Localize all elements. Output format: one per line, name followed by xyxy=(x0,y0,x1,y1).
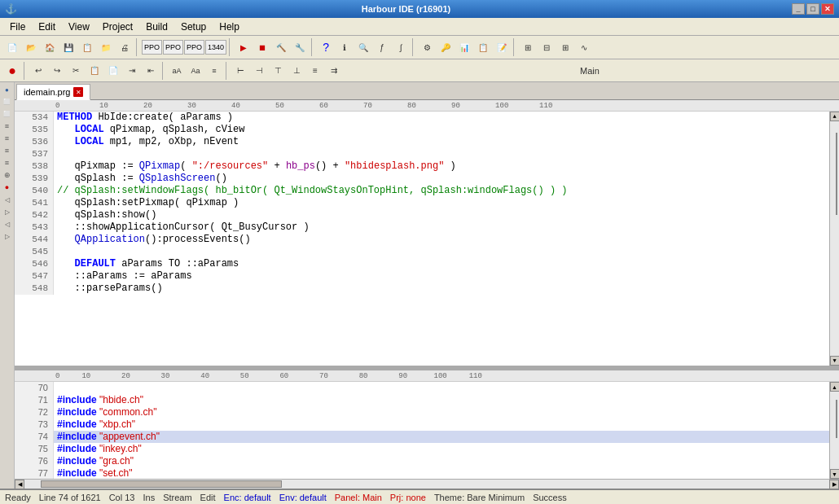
tb2-unindent[interactable]: ⇤ xyxy=(142,62,160,80)
bottom-editor: 0 10 20 30 40 50 60 70 80 90 100 110 707… xyxy=(15,370,839,489)
tb2-redo[interactable]: ↪ xyxy=(48,62,66,80)
bottom-hscrollbar[interactable]: ◀ ▶ xyxy=(15,479,839,489)
code-line: 541 qSplash:setPixmap( qPixmap ) xyxy=(15,197,829,209)
line-number: 76 xyxy=(15,455,54,467)
tb2-dot[interactable]: ● xyxy=(3,62,21,80)
line-number: 535 xyxy=(15,124,54,136)
hscroll-track[interactable] xyxy=(24,480,829,489)
line-content: QApplication():processEvents() xyxy=(54,234,829,246)
tb2-align3[interactable]: ⊤ xyxy=(269,62,287,80)
scroll-up-btn[interactable]: ▲ xyxy=(830,112,840,121)
left-icon-10[interactable]: ◁ xyxy=(1,194,14,205)
menu-file[interactable]: File xyxy=(3,20,32,34)
tb-save[interactable]: 💾 xyxy=(59,38,77,56)
code-line: 535 LOCAL qPixmap, qSplash, cView xyxy=(15,124,829,136)
tb-about[interactable]: ℹ xyxy=(336,38,354,56)
left-icon-1[interactable]: ● xyxy=(1,84,14,95)
left-icon-3[interactable]: ⬜ xyxy=(1,108,14,120)
left-icon-13[interactable]: ▷ xyxy=(1,230,14,242)
tb2-paste[interactable]: 📄 xyxy=(104,62,122,80)
tb2-case2[interactable]: Aa xyxy=(187,62,204,80)
tb-extra5[interactable]: 📝 xyxy=(493,38,511,56)
sep2 xyxy=(229,38,232,56)
maximize-button[interactable]: □ xyxy=(806,3,819,15)
tb-help[interactable]: ? xyxy=(317,38,335,56)
tb-open[interactable]: 📂 xyxy=(22,38,40,56)
code-line: 75#include "inkey.ch" xyxy=(15,443,829,455)
left-icon-2[interactable]: ⬜ xyxy=(1,96,14,107)
line-number: 70 xyxy=(15,382,54,394)
tb2-copy[interactable]: 📋 xyxy=(86,62,103,80)
menu-help[interactable]: Help xyxy=(213,20,246,34)
tb-table2[interactable]: ⊟ xyxy=(538,38,556,56)
tb2-undo[interactable]: ↩ xyxy=(29,62,47,80)
tb2-indent[interactable]: ⇥ xyxy=(123,62,141,80)
scroll-down-btn[interactable]: ▼ xyxy=(830,356,840,366)
left-icon-8[interactable]: ⊕ xyxy=(1,169,14,181)
tb2-case1[interactable]: aA xyxy=(168,62,186,80)
tb-extra4[interactable]: 📋 xyxy=(474,38,492,56)
menu-project[interactable]: Project xyxy=(96,20,139,34)
tb2-align4[interactable]: ⊥ xyxy=(288,62,305,80)
menu-build[interactable]: Build xyxy=(139,20,174,34)
bottom-code-lines[interactable]: 7071#include "hbide.ch"72#include "commo… xyxy=(15,382,829,479)
status-theme: Theme: Bare Minimum xyxy=(434,493,525,502)
tb-rebuild[interactable]: 🔧 xyxy=(291,38,309,56)
tb2-extra[interactable]: ≡ xyxy=(205,62,223,80)
left-icon-6[interactable]: ≡ xyxy=(1,145,14,156)
tb-home[interactable]: 🏠 xyxy=(41,38,59,56)
tb2-cut[interactable]: ✂ xyxy=(67,62,85,80)
menu-edit[interactable]: Edit xyxy=(32,20,62,34)
left-icon-7[interactable]: ≡ xyxy=(1,157,14,169)
tb-saveas[interactable]: 📋 xyxy=(78,38,96,56)
left-icon-9[interactable]: ● xyxy=(1,182,14,193)
tb2-align2[interactable]: ⊣ xyxy=(250,62,268,80)
ruler-text: 0 10 20 30 40 50 60 70 80 90 100 110 xyxy=(55,102,839,110)
top-code-lines[interactable]: 534METHOD HbIde:create( aParams )535 LOC… xyxy=(15,112,829,366)
tb-table[interactable]: ⊞ xyxy=(519,38,537,56)
left-icon-12[interactable]: ◁ xyxy=(1,218,14,230)
bottom-scroll-down[interactable]: ▼ xyxy=(830,469,840,479)
tb-extra1[interactable]: ⚙ xyxy=(418,38,436,56)
top-vscrollbar[interactable]: ▲ ▼ xyxy=(829,112,839,366)
tb-func[interactable]: ƒ xyxy=(373,38,391,56)
hscroll-left[interactable]: ◀ xyxy=(15,480,24,489)
tb2-align5[interactable]: ≡ xyxy=(306,62,324,80)
tb-grid[interactable]: ⊞ xyxy=(556,38,574,56)
tb-ppo2[interactable]: PPO xyxy=(163,40,183,55)
tb-extra2[interactable]: 🔑 xyxy=(437,38,455,56)
tb-ppo1[interactable]: PPO xyxy=(142,40,162,55)
tb-extra3[interactable]: 📊 xyxy=(455,38,473,56)
file-tab[interactable]: idemain.prg ✕ xyxy=(16,84,90,100)
close-button[interactable]: ✕ xyxy=(821,3,834,15)
status-line-col: Line 74 of 1621 xyxy=(39,493,101,502)
tb-ppo3[interactable]: PPO xyxy=(184,40,204,55)
left-icon-11[interactable]: ▷ xyxy=(1,206,14,217)
left-icon-4[interactable]: ≡ xyxy=(1,121,14,132)
main-area: ● ⬜ ⬜ ≡ ≡ ≡ ≡ ⊕ ● ◁ ▷ ◁ ▷ idemain.prg ✕ xyxy=(0,82,839,489)
minimize-button[interactable]: _ xyxy=(792,3,805,15)
tb-new[interactable]: 📄 xyxy=(3,38,21,56)
tb-func2[interactable]: ∫ xyxy=(392,38,410,56)
line-content: #include "common.ch" xyxy=(54,406,829,419)
line-content: DEFAULT aParams TO ::aParams xyxy=(54,258,829,270)
tb-find[interactable]: 🔍 xyxy=(354,38,372,56)
bottom-scroll-up[interactable]: ▲ xyxy=(830,382,840,392)
left-icon-5[interactable]: ≡ xyxy=(1,133,14,144)
tb-stop[interactable]: ⏹ xyxy=(253,38,271,56)
tb-340[interactable]: 1340 xyxy=(205,40,226,55)
hscroll-right[interactable]: ▶ xyxy=(829,480,839,489)
menu-view[interactable]: View xyxy=(62,20,96,34)
tb-run[interactable]: ▶ xyxy=(235,38,253,56)
tb-saveall[interactable]: 📁 xyxy=(97,38,115,56)
line-number: 539 xyxy=(15,173,54,185)
code-line: 74#include "appevent.ch" xyxy=(15,431,829,443)
tb2-align6[interactable]: ⇉ xyxy=(325,62,343,80)
tb2-align1[interactable]: ⊢ xyxy=(231,62,249,80)
tb-wave[interactable]: ∿ xyxy=(575,38,593,56)
tb-build[interactable]: 🔨 xyxy=(272,38,290,56)
tab-close-button[interactable]: ✕ xyxy=(73,87,83,97)
bottom-vscrollbar[interactable]: ▲ ▼ xyxy=(829,382,839,479)
tb-print[interactable]: 🖨 xyxy=(116,38,134,56)
menu-setup[interactable]: Setup xyxy=(174,20,213,34)
